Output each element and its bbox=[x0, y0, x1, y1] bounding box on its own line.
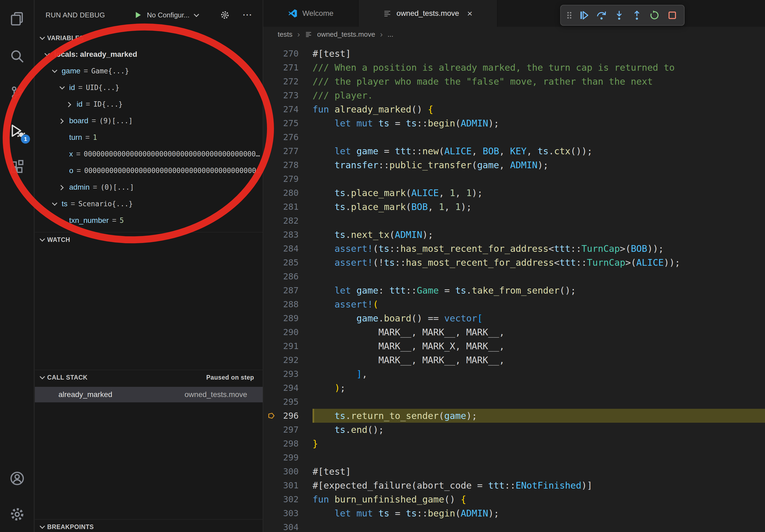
variable-row[interactable]: turn=1 bbox=[35, 129, 263, 146]
gutter-icon-area[interactable] bbox=[263, 520, 279, 532]
gutter-icon-area[interactable] bbox=[263, 339, 279, 353]
code-text[interactable]: assert!(ts::has_most_recent_for_address<… bbox=[313, 242, 765, 256]
gutter-icon-area[interactable] bbox=[263, 437, 279, 450]
gutter-icon-area[interactable] bbox=[263, 89, 279, 102]
gutter-icon-area[interactable] bbox=[263, 269, 279, 283]
call-stack-frame[interactable]: already_marked owned_tests.move bbox=[35, 387, 263, 402]
code-text[interactable]: ts.place_mark(BOB, 1, 1); bbox=[313, 200, 765, 214]
activity-bar-source-control[interactable] bbox=[5, 81, 29, 105]
code-text[interactable]: assert!(!ts::has_most_recent_for_address… bbox=[313, 256, 765, 269]
gutter-icon-area[interactable] bbox=[263, 478, 279, 492]
gutter-icon-area[interactable] bbox=[263, 214, 279, 228]
gutter-icon-area[interactable] bbox=[263, 492, 279, 506]
code-text[interactable]: game.board() == vector[ bbox=[313, 311, 765, 325]
variable-row[interactable]: locals: already_marked bbox=[35, 46, 263, 63]
gutter-icon-area[interactable] bbox=[263, 242, 279, 256]
code-text[interactable]: ], bbox=[313, 367, 765, 381]
code-text[interactable]: let mut ts = ts::begin(ADMIN); bbox=[313, 506, 765, 520]
activity-bar-search[interactable] bbox=[5, 45, 29, 68]
code-text[interactable]: ts.place_mark(ALICE, 1, 1); bbox=[313, 186, 765, 200]
drag-handle[interactable] bbox=[564, 7, 574, 23]
activity-bar-settings[interactable] bbox=[5, 502, 29, 526]
tab-owned-tests-move[interactable]: owned_tests.move × bbox=[359, 0, 497, 27]
gutter-icon-area[interactable] bbox=[263, 158, 279, 172]
code-text[interactable]: let game: ttt::Game = ts.take_from_sende… bbox=[313, 283, 765, 297]
restart-button[interactable] bbox=[646, 7, 663, 23]
gutter-icon-area[interactable] bbox=[263, 102, 279, 116]
gutter-icon-area[interactable] bbox=[263, 381, 279, 395]
code-text[interactable]: #[test] bbox=[313, 47, 765, 61]
gutter-icon-area[interactable] bbox=[263, 228, 279, 242]
twistie[interactable] bbox=[60, 185, 69, 189]
variable-row[interactable]: id=ID{...} bbox=[35, 96, 263, 113]
variable-row[interactable]: board=(9)[...] bbox=[35, 113, 263, 129]
gutter-icon-area[interactable] bbox=[263, 200, 279, 214]
gutter-icon-area[interactable] bbox=[263, 325, 279, 339]
gutter-icon-area[interactable] bbox=[263, 283, 279, 297]
gutter-icon-area[interactable] bbox=[263, 423, 279, 437]
code-text[interactable]: let mut ts = ts::begin(ADMIN); bbox=[313, 116, 765, 130]
gutter-icon-area[interactable] bbox=[263, 172, 279, 186]
gutter-icon-area[interactable] bbox=[263, 450, 279, 464]
code-text[interactable] bbox=[313, 520, 765, 532]
code-text[interactable]: } bbox=[313, 437, 765, 450]
gutter-icon-area[interactable] bbox=[263, 116, 279, 130]
code-text[interactable]: /// the player who made the "false" move… bbox=[313, 75, 765, 89]
gutter-icon-area[interactable] bbox=[263, 186, 279, 200]
code-text[interactable]: /// When a position is already marked, t… bbox=[313, 61, 765, 75]
code-text[interactable] bbox=[313, 395, 765, 409]
code-text[interactable] bbox=[313, 269, 765, 283]
code-text[interactable] bbox=[313, 450, 765, 464]
watch-section-header[interactable]: WATCH bbox=[35, 232, 263, 247]
step-over-button[interactable] bbox=[593, 7, 609, 23]
code-text[interactable]: ts.return_to_sender(game); bbox=[313, 409, 765, 423]
breakpoints-section-header[interactable]: BREAKPOINTS bbox=[35, 519, 263, 532]
breadcrumb-item-more[interactable]: ... bbox=[387, 30, 393, 39]
variable-row[interactable]: o=00000000000000000000000000000000000000… bbox=[35, 162, 263, 179]
gutter-icon-area[interactable] bbox=[263, 256, 279, 269]
stop-button[interactable] bbox=[664, 7, 680, 23]
code-text[interactable] bbox=[313, 214, 765, 228]
variable-row[interactable]: game=Game{...} bbox=[35, 63, 263, 79]
code-text[interactable]: MARK__, MARK__, MARK__, bbox=[313, 325, 765, 339]
gutter-icon-area[interactable] bbox=[263, 61, 279, 75]
step-out-button[interactable] bbox=[629, 7, 645, 23]
gutter-icon-area[interactable] bbox=[263, 464, 279, 478]
code-text[interactable]: /// player. bbox=[313, 89, 765, 102]
code-text[interactable] bbox=[313, 130, 765, 144]
code-text[interactable]: #[expected_failure(abort_code = ttt::ENo… bbox=[313, 478, 765, 492]
gutter-icon-area[interactable] bbox=[263, 144, 279, 158]
twistie[interactable] bbox=[45, 53, 54, 56]
activity-bar-extensions[interactable] bbox=[5, 155, 29, 179]
breadcrumb-item-tests[interactable]: tests bbox=[278, 30, 293, 39]
code-text[interactable]: MARK__, MARK__, MARK__, bbox=[313, 353, 765, 367]
variable-row[interactable]: txn_number=5 bbox=[35, 212, 263, 229]
code-text[interactable]: transfer::public_transfer(game, ADMIN); bbox=[313, 158, 765, 172]
code-text[interactable]: ); bbox=[313, 381, 765, 395]
code-text[interactable]: ts.end(); bbox=[313, 423, 765, 437]
twistie[interactable] bbox=[52, 69, 62, 73]
gutter-icon-area[interactable] bbox=[263, 353, 279, 367]
gutter-icon-area[interactable] bbox=[263, 506, 279, 520]
gutter-icon-area[interactable] bbox=[263, 47, 279, 61]
code-text[interactable] bbox=[313, 172, 765, 186]
code-text[interactable]: ts.next_tx(ADMIN); bbox=[313, 228, 765, 242]
gutter-icon-area[interactable] bbox=[263, 367, 279, 381]
gutter-icon-area[interactable] bbox=[263, 75, 279, 89]
code-text[interactable]: MARK__, MARK_X, MARK__, bbox=[313, 339, 765, 353]
code-text[interactable]: fun already_marked() { bbox=[313, 102, 765, 116]
code-text[interactable]: assert!( bbox=[313, 297, 765, 311]
gear-icon[interactable] bbox=[220, 10, 230, 20]
code-text[interactable]: fun burn_unfinished_game() { bbox=[313, 492, 765, 506]
gutter-icon-area[interactable] bbox=[263, 409, 279, 423]
gutter-icon-area[interactable] bbox=[263, 130, 279, 144]
more-actions-icon[interactable]: ··· bbox=[243, 10, 253, 20]
start-debugging-button[interactable] bbox=[134, 11, 142, 19]
gutter-icon-area[interactable] bbox=[263, 395, 279, 409]
gutter-icon-area[interactable] bbox=[263, 297, 279, 311]
close-icon[interactable]: × bbox=[467, 9, 472, 18]
variables-section-header[interactable]: VARIABLES bbox=[35, 30, 263, 46]
debug-config-dropdown[interactable]: No Configur... bbox=[147, 11, 198, 19]
twistie[interactable] bbox=[67, 102, 77, 106]
activity-bar-explorer[interactable] bbox=[5, 7, 29, 31]
